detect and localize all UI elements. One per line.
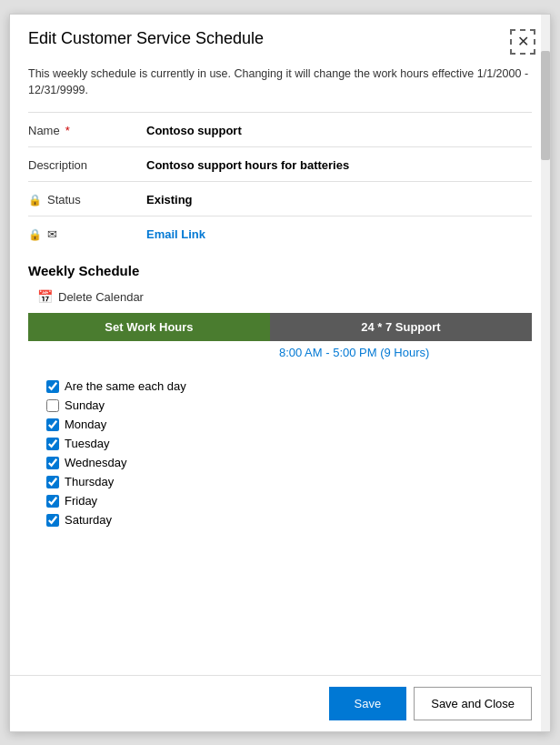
description-label: Description xyxy=(28,156,146,172)
saturday-checkbox[interactable] xyxy=(46,514,59,527)
dialog-footer: Save Save and Close xyxy=(10,675,550,731)
checkbox-monday: Monday xyxy=(46,415,532,434)
name-label: Name * xyxy=(28,122,146,137)
description-row: Description Contoso support hours for ba… xyxy=(28,146,532,181)
save-button[interactable]: Save xyxy=(329,687,407,720)
scrollbar-track[interactable] xyxy=(541,15,550,731)
tuesday-label: Tuesday xyxy=(65,437,109,450)
checkbox-wednesday: Wednesday xyxy=(46,453,532,472)
247-support-header[interactable]: 24 * 7 Support xyxy=(270,313,532,341)
delete-calendar-label: Delete Calendar xyxy=(58,290,144,304)
lock-icon-2: 🔒 xyxy=(28,228,42,241)
sunday-label: Sunday xyxy=(65,398,105,412)
lock-icon: 🔒 xyxy=(28,194,42,206)
status-value: Existing xyxy=(146,191,532,206)
monday-checkbox[interactable] xyxy=(46,418,59,431)
work-hours-header-row: Set Work Hours 24 * 7 Support xyxy=(28,313,532,341)
hours-link-cell: 8:00 AM - 5:00 PM (9 Hours) xyxy=(270,341,532,364)
thursday-label: Thursday xyxy=(65,475,114,488)
checkbox-tuesday: Tuesday xyxy=(46,434,532,453)
checkboxes-section: Are the same each day Sunday Monday Tues… xyxy=(10,373,550,539)
email-link-row: 🔒 ✉ Email Link xyxy=(28,216,532,250)
edit-schedule-dialog: Edit Customer Service Schedule ✕ This we… xyxy=(9,14,551,732)
hours-link[interactable]: 8:00 AM - 5:00 PM (9 Hours) xyxy=(279,346,429,359)
email-link-value: Email Link xyxy=(146,226,532,241)
friday-checkbox[interactable] xyxy=(46,495,59,508)
thursday-checkbox[interactable] xyxy=(46,476,59,488)
notice-text: This weekly schedule is currently in use… xyxy=(10,62,550,113)
weekly-schedule-title: Weekly Schedule xyxy=(10,250,550,286)
work-hours-data-row: 8:00 AM - 5:00 PM (9 Hours) xyxy=(28,341,532,364)
monday-label: Monday xyxy=(65,418,106,431)
work-hours-table: Set Work Hours 24 * 7 Support 8:00 AM - … xyxy=(28,313,532,364)
same-each-day-label: Are the same each day xyxy=(65,379,186,393)
name-value: Contoso support xyxy=(146,122,532,137)
checkbox-thursday: Thursday xyxy=(46,472,532,491)
checkbox-friday: Friday xyxy=(46,491,532,510)
sunday-checkbox[interactable] xyxy=(46,399,59,412)
dialog-title: Edit Customer Service Schedule xyxy=(28,29,264,48)
checkbox-saturday: Saturday xyxy=(46,510,532,529)
required-indicator: * xyxy=(65,124,70,137)
description-value: Contoso support hours for batteries xyxy=(146,156,532,172)
close-button[interactable]: ✕ xyxy=(510,29,535,55)
save-and-close-button[interactable]: Save and Close xyxy=(414,687,532,720)
saturday-label: Saturday xyxy=(65,513,112,527)
friday-label: Friday xyxy=(65,494,97,508)
set-work-hours-cell xyxy=(28,341,270,364)
wednesday-checkbox[interactable] xyxy=(46,457,59,469)
scrollbar-thumb[interactable] xyxy=(541,51,550,160)
status-label: 🔒 Status xyxy=(28,191,146,206)
status-row: 🔒 Status Existing xyxy=(28,181,532,216)
email-icon: ✉ xyxy=(47,227,57,241)
tuesday-checkbox[interactable] xyxy=(46,438,59,450)
wednesday-label: Wednesday xyxy=(65,456,126,469)
delete-calendar-row: 📅 Delete Calendar xyxy=(10,286,550,313)
dialog-header: Edit Customer Service Schedule ✕ xyxy=(10,15,550,62)
checkbox-sunday: Sunday xyxy=(46,396,532,415)
email-link-icons: 🔒 ✉ xyxy=(28,226,146,241)
checkbox-same-each-day: Are the same each day xyxy=(46,377,532,396)
set-work-hours-header[interactable]: Set Work Hours xyxy=(28,313,270,341)
calendar-icon: 📅 xyxy=(37,289,53,304)
name-row: Name * Contoso support xyxy=(28,112,532,146)
email-link-anchor[interactable]: Email Link xyxy=(146,227,532,241)
same-each-day-checkbox[interactable] xyxy=(46,380,59,393)
form-section: Name * Contoso support Description Conto… xyxy=(10,112,550,675)
